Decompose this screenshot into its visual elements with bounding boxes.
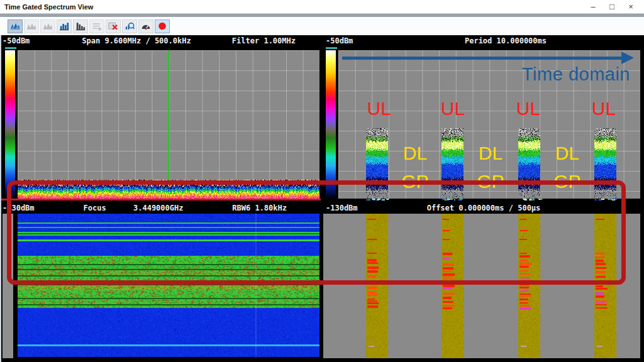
- gp-label: GP: [553, 171, 580, 192]
- time-domain-label: Time domain: [522, 64, 630, 85]
- colorbar-gutter: [0, 50, 18, 199]
- colorbar-gutter: [323, 50, 338, 199]
- amplitude-colorbar: [5, 50, 15, 199]
- period-label: Period 10.000000ms: [367, 36, 644, 45]
- time-domain-panel-header: -50dBm Period 10.000000ms: [323, 35, 644, 47]
- amplitude-colorbar: [326, 50, 336, 199]
- dl-label: DL: [555, 143, 579, 164]
- toolbar: [0, 17, 644, 35]
- focus-label: Focus 3.449000GHz: [0, 204, 267, 212]
- ul-label: UL: [441, 98, 465, 119]
- spectrogram-panel: -130dBm Focus 3.449000GHz RBW6 1.80kHz: [0, 202, 321, 362]
- gauge-icon: [141, 21, 151, 31]
- window-title: Time Gated Spectrum View: [4, 3, 93, 11]
- spectrum-panel-header: -50dBm Span 9.600MHz / 500.0kHz Filter 1…: [0, 35, 321, 47]
- gated-panel-header: -130dBm Offset 0.000000ms / 500µs: [323, 202, 644, 214]
- dl-label: DL: [479, 143, 502, 164]
- waterfall-gutter: [323, 214, 338, 362]
- average-trace-icon: [43, 21, 53, 31]
- waterfall-area[interactable]: [18, 214, 319, 362]
- center-frequency-marker: [168, 50, 169, 184]
- ul-label: UL: [516, 98, 540, 119]
- spectrogram-panel-header: -130dBm Focus 3.449000GHz RBW6 1.80kHz: [0, 202, 321, 214]
- maximize-button[interactable]: □: [602, 0, 621, 13]
- time-domain-arrow-icon: [342, 52, 634, 64]
- panel-underline: [0, 199, 321, 200]
- clear-write-trace-button: [24, 19, 39, 33]
- close-button[interactable]: ×: [621, 0, 640, 13]
- spectrum-trace-icon: [10, 21, 20, 31]
- dl-label: DL: [403, 143, 427, 164]
- time-domain-plot[interactable]: Time domain ULULULULDLGPDLGPDLGP: [338, 50, 640, 199]
- noise-floor-trace: [18, 180, 319, 199]
- spectrogram-waterfall: [18, 214, 319, 358]
- scale-dash: [326, 47, 337, 49]
- content-area: -50dBm Span 9.600MHz / 500.0kHz Filter 1…: [0, 35, 644, 362]
- ul-burst-spectrogram: [441, 128, 464, 199]
- ul-burst-spectrogram: [366, 128, 388, 199]
- gated-waterfall-area[interactable]: [338, 214, 640, 362]
- gutter-bar: [3, 214, 13, 358]
- add-table-icon: [92, 21, 102, 31]
- zoom-analysis-icon: [125, 21, 135, 31]
- minimize-button[interactable]: –: [584, 0, 602, 13]
- waterfall-gutter: [0, 214, 18, 362]
- panel-bottom-edge: [323, 358, 644, 362]
- ul-label: UL: [367, 98, 391, 119]
- window-frame-left: [0, 35, 1, 362]
- histogram-icon: [59, 21, 69, 31]
- gated-spectrogram-panel: -130dBm Offset 0.000000ms / 500µs: [323, 202, 644, 362]
- ul-label: UL: [592, 98, 616, 119]
- app-window: Time Gated Spectrum View –□× -50dBm Span…: [0, 0, 644, 362]
- delete-annotation-icon: [108, 21, 118, 31]
- sorted-bars-button[interactable]: [73, 19, 88, 33]
- filter-label: Filter 1.00MHz: [232, 36, 296, 45]
- offset-label: Offset 0.000000ms / 500µs: [323, 204, 644, 212]
- gp-label: GP: [401, 171, 428, 192]
- gauge-button[interactable]: [138, 19, 153, 33]
- record-button[interactable]: [155, 19, 170, 33]
- title-bar[interactable]: Time Gated Spectrum View –□×: [0, 0, 644, 13]
- rbw-label: RBW6 1.80kHz: [232, 204, 287, 212]
- spectrum-plot[interactable]: [18, 50, 319, 199]
- burst-marker-dashes: [338, 199, 640, 200]
- ul-burst-spectrogram: [594, 128, 616, 199]
- gated-waterfall: [338, 214, 640, 358]
- time-domain-panel: -50dBm Period 10.000000ms Time domain UL…: [323, 35, 644, 202]
- average-trace-button: [40, 19, 55, 33]
- ref-level-label: -50dBm: [326, 36, 353, 45]
- burst-marker-strip: [323, 199, 644, 200]
- gp-label: GP: [477, 171, 504, 192]
- window-controls: –□×: [584, 0, 640, 13]
- histogram-button[interactable]: [57, 19, 72, 33]
- panel-bottom-edge: [0, 358, 321, 362]
- delete-annotation-button[interactable]: [106, 19, 121, 33]
- add-table-button: [89, 19, 104, 33]
- record-icon: [157, 21, 167, 31]
- ul-burst-spectrogram: [518, 128, 540, 199]
- spectrum-trace-button[interactable]: [8, 19, 23, 33]
- sorted-bars-icon: [75, 21, 86, 31]
- clear-write-trace-icon: [26, 21, 36, 31]
- scale-dash: [5, 47, 16, 49]
- zoom-analysis-button[interactable]: [122, 19, 137, 33]
- spectrum-view-panel: -50dBm Span 9.600MHz / 500.0kHz Filter 1…: [0, 35, 321, 202]
